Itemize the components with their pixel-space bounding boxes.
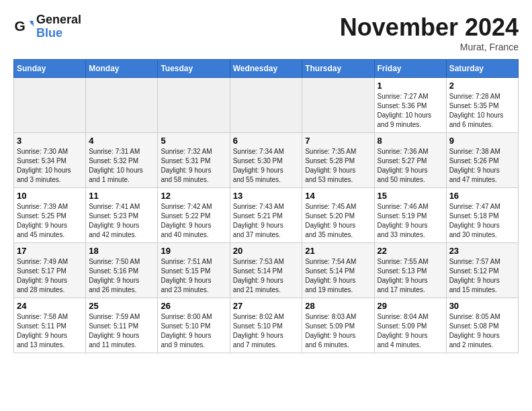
day-info: Sunrise: 7:58 AMSunset: 5:11 PMDaylight:…: [17, 312, 83, 350]
day-number: 16: [449, 191, 515, 201]
day-number: 30: [449, 301, 515, 311]
calendar-cell: 25Sunrise: 7:59 AMSunset: 5:11 PMDayligh…: [86, 298, 158, 353]
day-number: 11: [89, 191, 154, 201]
day-info: Sunrise: 7:28 AMSunset: 5:35 PMDaylight:…: [449, 92, 515, 130]
weekday-friday: Friday: [374, 60, 446, 78]
day-number: 21: [305, 246, 371, 256]
weekday-tuesday: Tuesday: [158, 60, 230, 78]
day-info: Sunrise: 7:46 AMSunset: 5:19 PMDaylight:…: [378, 202, 443, 240]
day-number: 27: [233, 301, 300, 311]
weekday-header-row: SundayMondayTuesdayWednesdayThursdayFrid…: [14, 60, 519, 78]
weekday-monday: Monday: [86, 60, 158, 78]
calendar-cell: 17Sunrise: 7:49 AMSunset: 5:17 PMDayligh…: [14, 243, 86, 298]
day-info: Sunrise: 7:31 AMSunset: 5:32 PMDaylight:…: [89, 147, 154, 185]
page-header: G General Blue November 2024 Murat, Fran…: [13, 13, 519, 52]
calendar-cell: 22Sunrise: 7:55 AMSunset: 5:13 PMDayligh…: [374, 243, 446, 298]
day-info: Sunrise: 7:39 AMSunset: 5:25 PMDaylight:…: [17, 202, 83, 240]
calendar-cell: [86, 78, 158, 133]
day-info: Sunrise: 7:49 AMSunset: 5:17 PMDaylight:…: [17, 257, 83, 295]
day-number: 28: [305, 301, 371, 311]
day-number: 9: [449, 136, 515, 146]
calendar-cell: 9Sunrise: 7:38 AMSunset: 5:26 PMDaylight…: [446, 133, 518, 188]
calendar-cell: 24Sunrise: 7:58 AMSunset: 5:11 PMDayligh…: [14, 298, 86, 353]
day-info: Sunrise: 7:43 AMSunset: 5:21 PMDaylight:…: [233, 202, 300, 240]
calendar-cell: 27Sunrise: 8:02 AMSunset: 5:10 PMDayligh…: [230, 298, 302, 353]
calendar-cell: 26Sunrise: 8:00 AMSunset: 5:10 PMDayligh…: [158, 298, 230, 353]
day-number: 22: [378, 246, 443, 256]
calendar-cell: [14, 78, 86, 133]
day-info: Sunrise: 8:03 AMSunset: 5:09 PMDaylight:…: [305, 312, 371, 350]
weekday-sunday: Sunday: [14, 60, 86, 78]
day-number: 18: [89, 246, 154, 256]
day-info: Sunrise: 7:47 AMSunset: 5:18 PMDaylight:…: [449, 202, 515, 240]
calendar: SundayMondayTuesdayWednesdayThursdayFrid…: [13, 59, 519, 353]
day-number: 17: [17, 246, 83, 256]
day-info: Sunrise: 7:42 AMSunset: 5:22 PMDaylight:…: [161, 202, 226, 240]
day-info: Sunrise: 7:53 AMSunset: 5:14 PMDaylight:…: [233, 257, 300, 295]
calendar-cell: 12Sunrise: 7:42 AMSunset: 5:22 PMDayligh…: [158, 188, 230, 243]
day-number: 6: [233, 136, 300, 146]
logo: G General Blue: [13, 13, 81, 40]
logo-line2: Blue: [36, 27, 81, 40]
calendar-cell: 5Sunrise: 7:32 AMSunset: 5:31 PMDaylight…: [158, 133, 230, 188]
calendar-body: 1Sunrise: 7:27 AMSunset: 5:36 PMDaylight…: [14, 78, 519, 353]
day-info: Sunrise: 8:05 AMSunset: 5:08 PMDaylight:…: [449, 312, 515, 350]
month-title: November 2024: [340, 13, 519, 42]
calendar-week-3: 10Sunrise: 7:39 AMSunset: 5:25 PMDayligh…: [14, 188, 519, 243]
svg-marker-2: [32, 23, 34, 27]
day-number: 8: [378, 136, 443, 146]
calendar-cell: 30Sunrise: 8:05 AMSunset: 5:08 PMDayligh…: [446, 298, 518, 353]
calendar-cell: [158, 78, 230, 133]
calendar-cell: 18Sunrise: 7:50 AMSunset: 5:16 PMDayligh…: [86, 243, 158, 298]
svg-text:G: G: [15, 18, 26, 34]
day-number: 12: [161, 191, 226, 201]
calendar-cell: 13Sunrise: 7:43 AMSunset: 5:21 PMDayligh…: [230, 188, 302, 243]
day-info: Sunrise: 8:04 AMSunset: 5:09 PMDaylight:…: [378, 312, 443, 350]
calendar-cell: 4Sunrise: 7:31 AMSunset: 5:32 PMDaylight…: [86, 133, 158, 188]
calendar-cell: 10Sunrise: 7:39 AMSunset: 5:25 PMDayligh…: [14, 188, 86, 243]
day-info: Sunrise: 7:36 AMSunset: 5:27 PMDaylight:…: [378, 147, 443, 185]
calendar-cell: 29Sunrise: 8:04 AMSunset: 5:09 PMDayligh…: [374, 298, 446, 353]
calendar-cell: 8Sunrise: 7:36 AMSunset: 5:27 PMDaylight…: [374, 133, 446, 188]
day-info: Sunrise: 7:57 AMSunset: 5:12 PMDaylight:…: [449, 257, 515, 295]
calendar-week-4: 17Sunrise: 7:49 AMSunset: 5:17 PMDayligh…: [14, 243, 519, 298]
day-number: 3: [17, 136, 83, 146]
logo-icon: G: [13, 17, 34, 37]
day-info: Sunrise: 7:54 AMSunset: 5:14 PMDaylight:…: [305, 257, 371, 295]
day-number: 7: [305, 136, 371, 146]
day-info: Sunrise: 7:34 AMSunset: 5:30 PMDaylight:…: [233, 147, 300, 185]
calendar-cell: 2Sunrise: 7:28 AMSunset: 5:35 PMDaylight…: [446, 78, 518, 133]
calendar-cell: 23Sunrise: 7:57 AMSunset: 5:12 PMDayligh…: [446, 243, 518, 298]
day-info: Sunrise: 8:02 AMSunset: 5:10 PMDaylight:…: [233, 312, 300, 350]
logo-line1: General: [36, 13, 81, 27]
logo-text: General Blue: [36, 13, 81, 40]
day-number: 25: [89, 301, 154, 311]
weekday-saturday: Saturday: [446, 60, 518, 78]
calendar-cell: [230, 78, 302, 133]
day-info: Sunrise: 7:50 AMSunset: 5:16 PMDaylight:…: [89, 257, 154, 295]
calendar-week-1: 1Sunrise: 7:27 AMSunset: 5:36 PMDaylight…: [14, 78, 519, 133]
day-info: Sunrise: 7:32 AMSunset: 5:31 PMDaylight:…: [161, 147, 226, 185]
day-number: 15: [378, 191, 443, 201]
day-number: 26: [161, 301, 226, 311]
day-info: Sunrise: 8:00 AMSunset: 5:10 PMDaylight:…: [161, 312, 226, 350]
calendar-cell: [302, 78, 374, 133]
day-info: Sunrise: 7:45 AMSunset: 5:20 PMDaylight:…: [305, 202, 371, 240]
calendar-cell: 28Sunrise: 8:03 AMSunset: 5:09 PMDayligh…: [302, 298, 374, 353]
day-info: Sunrise: 7:27 AMSunset: 5:36 PMDaylight:…: [378, 92, 443, 130]
calendar-header: SundayMondayTuesdayWednesdayThursdayFrid…: [14, 60, 519, 78]
day-number: 4: [89, 136, 154, 146]
calendar-cell: 16Sunrise: 7:47 AMSunset: 5:18 PMDayligh…: [446, 188, 518, 243]
calendar-cell: 7Sunrise: 7:35 AMSunset: 5:28 PMDaylight…: [302, 133, 374, 188]
day-number: 23: [449, 246, 515, 256]
day-number: 24: [17, 301, 83, 311]
day-number: 20: [233, 246, 300, 256]
location: Murat, France: [340, 42, 519, 52]
calendar-cell: 19Sunrise: 7:51 AMSunset: 5:15 PMDayligh…: [158, 243, 230, 298]
calendar-cell: 1Sunrise: 7:27 AMSunset: 5:36 PMDaylight…: [374, 78, 446, 133]
day-number: 13: [233, 191, 300, 201]
day-info: Sunrise: 7:41 AMSunset: 5:23 PMDaylight:…: [89, 202, 154, 240]
calendar-cell: 6Sunrise: 7:34 AMSunset: 5:30 PMDaylight…: [230, 133, 302, 188]
calendar-cell: 20Sunrise: 7:53 AMSunset: 5:14 PMDayligh…: [230, 243, 302, 298]
weekday-thursday: Thursday: [302, 60, 374, 78]
